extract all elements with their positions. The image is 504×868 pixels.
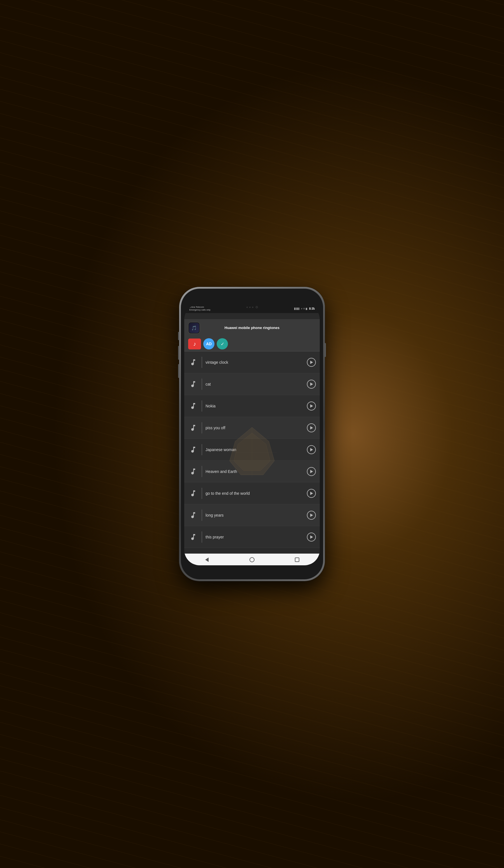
play-button[interactable] bbox=[307, 402, 316, 411]
song-icon bbox=[188, 488, 198, 498]
mute-button[interactable] bbox=[178, 332, 179, 340]
play-icon bbox=[310, 514, 313, 517]
play-icon bbox=[310, 382, 313, 386]
divider bbox=[202, 444, 202, 455]
divider bbox=[202, 509, 202, 521]
music-note-icon: ♪ bbox=[193, 341, 196, 347]
app-header: 🎵 Huawei mobile phone ringtones bbox=[184, 319, 320, 337]
song-list: vintage clock cat bbox=[184, 351, 320, 554]
divider bbox=[202, 400, 202, 412]
battery-icon: ▓ bbox=[306, 308, 307, 310]
signal-icon: ▌▌▌▌ bbox=[294, 308, 300, 310]
ad-button[interactable]: AD bbox=[203, 338, 215, 350]
phone-wrapper: China Telecom Emergency calls only ▌▌▌▌ … bbox=[179, 287, 325, 581]
play-icon bbox=[310, 426, 313, 430]
song-title: piss you off bbox=[206, 426, 304, 430]
notch bbox=[233, 304, 271, 310]
divider bbox=[202, 357, 202, 368]
play-icon bbox=[310, 470, 313, 473]
notch-dot-1 bbox=[246, 307, 248, 308]
song-icon bbox=[188, 379, 198, 389]
bottom-navigation bbox=[184, 554, 320, 565]
song-icon bbox=[188, 357, 198, 368]
back-button[interactable] bbox=[200, 555, 214, 565]
play-icon bbox=[310, 404, 313, 408]
notch-dot-3 bbox=[252, 307, 254, 308]
song-title: Heaven and Earth bbox=[206, 469, 304, 474]
screen: China Telecom Emergency calls only ▌▌▌▌ … bbox=[184, 304, 320, 565]
notch-dot-2 bbox=[249, 307, 250, 308]
carrier-name: China Telecom bbox=[189, 306, 210, 309]
play-button[interactable] bbox=[307, 445, 316, 454]
gps-icon: ◎ bbox=[303, 308, 305, 310]
status-icons: ▌▌▌▌ ⊿ ◎ ▓ 8:35 bbox=[294, 307, 315, 310]
play-icon bbox=[310, 492, 313, 495]
song-title: cat bbox=[206, 382, 304, 386]
play-icon bbox=[310, 448, 313, 451]
recent-icon bbox=[295, 557, 299, 562]
list-item[interactable]: cat bbox=[184, 373, 320, 395]
check-button[interactable]: ✓ bbox=[217, 338, 228, 350]
song-icon bbox=[188, 445, 198, 455]
play-icon bbox=[310, 361, 313, 364]
list-item[interactable]: vintage clock bbox=[184, 351, 320, 373]
song-title: this prayer bbox=[206, 535, 304, 539]
play-button[interactable] bbox=[307, 467, 316, 476]
front-camera bbox=[256, 306, 258, 308]
home-icon bbox=[249, 557, 255, 562]
back-icon bbox=[205, 557, 209, 562]
divider bbox=[202, 488, 202, 499]
app-icon-inner: 🎵 bbox=[189, 323, 199, 333]
song-title: Japanese woman bbox=[206, 447, 304, 452]
notch-dots bbox=[246, 307, 254, 308]
play-button[interactable] bbox=[307, 358, 316, 367]
wifi-icon: ⊿ bbox=[301, 308, 302, 310]
song-icon bbox=[188, 532, 198, 542]
play-button[interactable] bbox=[307, 423, 316, 432]
list-item[interactable]: go to the end of the world bbox=[184, 483, 320, 504]
song-title: Nokia bbox=[206, 404, 304, 408]
divider bbox=[202, 379, 202, 390]
toolbar: ♪ AD ✓ bbox=[184, 337, 320, 351]
song-title: long years bbox=[206, 513, 304, 517]
list-item[interactable]: long years bbox=[184, 504, 320, 526]
song-icon bbox=[188, 510, 198, 520]
list-item[interactable]: Japanese woman bbox=[184, 439, 320, 461]
play-button[interactable] bbox=[307, 533, 316, 541]
recent-apps-button[interactable] bbox=[290, 555, 304, 565]
list-item[interactable]: Heaven and Earth bbox=[184, 461, 320, 483]
home-button[interactable] bbox=[245, 555, 259, 565]
app-music-icon: 🎵 bbox=[191, 326, 197, 331]
ad-label: AD bbox=[206, 342, 212, 346]
time-display: 8:35 bbox=[309, 307, 315, 310]
song-title: vintage clock bbox=[206, 360, 304, 364]
volume-down-button[interactable] bbox=[178, 364, 179, 378]
song-icon bbox=[188, 423, 198, 433]
volume-up-button[interactable] bbox=[178, 346, 179, 360]
list-item[interactable]: piss you off bbox=[184, 417, 320, 439]
play-button[interactable] bbox=[307, 489, 316, 498]
app-icon: 🎵 bbox=[188, 322, 200, 334]
phone-outer: China Telecom Emergency calls only ▌▌▌▌ … bbox=[179, 287, 325, 581]
divider bbox=[202, 531, 202, 542]
power-button[interactable] bbox=[325, 343, 326, 357]
check-icon: ✓ bbox=[220, 341, 224, 347]
song-icon bbox=[188, 466, 198, 477]
list-item[interactable]: this prayer bbox=[184, 526, 320, 548]
emergency-text: Emergency calls only bbox=[189, 309, 210, 311]
phone-inner: China Telecom Emergency calls only ▌▌▌▌ … bbox=[181, 289, 323, 579]
music-tab-button[interactable]: ♪ bbox=[188, 339, 201, 350]
song-icon bbox=[188, 401, 198, 411]
play-icon bbox=[310, 535, 313, 539]
app-title: Huawei mobile phone ringtones bbox=[203, 326, 316, 330]
divider bbox=[202, 466, 202, 477]
play-button[interactable] bbox=[307, 380, 316, 389]
song-title: go to the end of the world bbox=[206, 491, 304, 496]
carrier-info: China Telecom Emergency calls only bbox=[189, 306, 210, 311]
divider bbox=[202, 422, 202, 433]
play-button[interactable] bbox=[307, 511, 316, 520]
list-item[interactable]: Nokia bbox=[184, 395, 320, 417]
